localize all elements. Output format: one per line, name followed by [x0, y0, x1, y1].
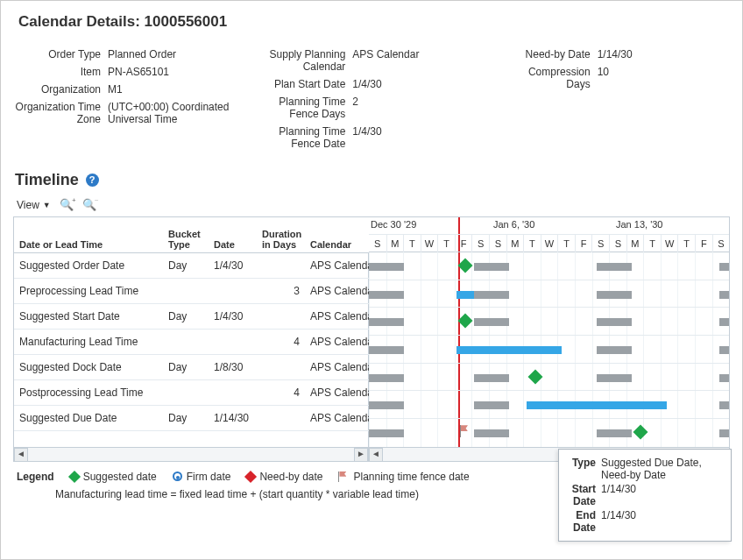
- nonworking-bar: [474, 263, 509, 271]
- gantt-row[interactable]: [369, 364, 729, 392]
- cell-cal: APS Calendar: [305, 379, 369, 405]
- detail-row: Organization Time Zone(UTC+00:00) Coordi…: [13, 101, 240, 125]
- col-duration[interactable]: Duration in Days: [257, 217, 305, 252]
- detail-value: PN-AS65101: [108, 66, 240, 78]
- table-row[interactable]: Preprocessing Lead Time3APS Calendar: [14, 278, 369, 303]
- cell-bt: Day: [163, 252, 209, 278]
- task-bar[interactable]: [527, 401, 667, 409]
- left-scrollbar[interactable]: ◄ ►: [14, 447, 369, 461]
- scroll-right-icon[interactable]: ►: [354, 448, 368, 462]
- detail-label: Planning Time Fence Date: [258, 125, 352, 150]
- week-label: Jan 13, '30: [616, 219, 662, 230]
- view-label: View: [17, 199, 39, 211]
- suggested-marker[interactable]: [528, 369, 543, 384]
- detail-row: Need-by Date1/14/30: [503, 48, 730, 60]
- detail-label: Supply Planning Calendar: [258, 48, 352, 73]
- detail-label: Planning Time Fence Days: [258, 96, 352, 120]
- gantt-row[interactable]: [369, 419, 729, 447]
- gantt-chart[interactable]: Dec 30 '29Jan 6, '30Jan 13, '30 SMTWTFSS…: [369, 217, 729, 447]
- legend-need: Need-by date: [259, 471, 322, 483]
- detail-label: Order Type: [13, 48, 108, 60]
- day-cell: S: [712, 234, 729, 252]
- timeline-grid: Date or Lead Time Bucket Type Date Durat…: [13, 216, 730, 462]
- gantt-row[interactable]: [369, 252, 729, 280]
- tt-type-label: Type: [566, 457, 601, 481]
- col-name[interactable]: Date or Lead Time: [14, 217, 163, 252]
- scroll-left-icon[interactable]: ◄: [369, 448, 383, 462]
- day-cell: S: [471, 234, 489, 252]
- detail-label: Plan Start Date: [258, 78, 352, 90]
- diamond-green-icon: [68, 471, 81, 483]
- detail-row: Order TypePlanned Order: [13, 48, 240, 60]
- gantt-row[interactable]: [369, 336, 729, 364]
- suggested-marker[interactable]: [633, 425, 648, 440]
- detail-row: OrganizationM1: [13, 83, 240, 96]
- detail-row: Supply Planning CalendarAPS Calendar: [258, 48, 485, 73]
- gantt-row[interactable]: [369, 308, 729, 336]
- gantt-row[interactable]: [369, 280, 729, 308]
- help-icon[interactable]: ?: [86, 174, 99, 187]
- col-calendar[interactable]: Calendar: [305, 217, 369, 252]
- tt-end-label: End Date: [566, 509, 601, 534]
- day-cell: M: [386, 234, 404, 252]
- detail-value: APS Calendar: [352, 48, 485, 73]
- circle-target-icon: [173, 471, 182, 481]
- tt-start-value: 1/14/30: [601, 483, 636, 507]
- cell-name: Suggested Due Date: [14, 405, 163, 430]
- table-row[interactable]: Suggested Dock DateDay1/8/30APS Calendar: [14, 354, 369, 379]
- col-bucket-type[interactable]: Bucket Type: [163, 217, 209, 252]
- day-cell: S: [609, 234, 626, 252]
- cell-dur: [257, 303, 305, 329]
- cell-name: Suggested Start Date: [14, 303, 163, 329]
- cell-dur: [257, 405, 305, 430]
- ptf-flag[interactable]: [460, 425, 471, 437]
- day-cell: F: [695, 234, 712, 252]
- cell-bt: [163, 329, 209, 354]
- day-cell: T: [437, 234, 455, 252]
- suggested-marker[interactable]: [458, 259, 473, 273]
- cell-bt: Day: [163, 354, 209, 379]
- tt-end-value: 1/14/30: [601, 509, 636, 534]
- task-bar[interactable]: [456, 346, 562, 354]
- gantt-row[interactable]: [369, 391, 729, 419]
- col-date[interactable]: Date: [209, 217, 257, 252]
- day-cell: S: [489, 234, 506, 252]
- table-row[interactable]: Suggested Start DateDay1/4/30APS Calenda…: [14, 303, 369, 329]
- nonworking-bar: [719, 263, 729, 271]
- task-bar[interactable]: [456, 291, 474, 299]
- nonworking-bar: [474, 401, 509, 409]
- detail-row: Compression Days10: [503, 66, 730, 90]
- day-cell: F: [575, 234, 592, 252]
- table-row[interactable]: Suggested Order DateDay1/4/30APS Calenda…: [14, 252, 369, 278]
- suggested-marker[interactable]: [458, 314, 473, 329]
- nonworking-bar: [369, 318, 404, 326]
- legend-suggested: Suggested date: [83, 471, 157, 483]
- nonworking-bar: [369, 291, 404, 299]
- nonworking-bar: [719, 374, 729, 382]
- detail-row: Plan Start Date1/4/30: [258, 78, 485, 90]
- view-menu[interactable]: View ▼: [17, 199, 51, 211]
- timeline-title: Timeline: [15, 171, 79, 189]
- table-row[interactable]: Suggested Due DateDay1/14/30APS Calendar: [14, 405, 369, 430]
- cell-bt: Day: [163, 303, 209, 329]
- nonworking-bar: [369, 263, 404, 271]
- week-label: Dec 30 '29: [371, 219, 416, 230]
- table-row[interactable]: Manufacturing Lead Time4APS Calendar: [14, 329, 369, 354]
- cell-dur: [257, 252, 305, 278]
- cell-date: 1/14/30: [209, 405, 257, 430]
- tt-type-value: Suggested Due Date, Need-by Date: [601, 457, 724, 481]
- chevron-down-icon: ▼: [43, 201, 51, 209]
- nonworking-bar: [719, 346, 729, 354]
- cell-name: Manufacturing Lead Time: [14, 329, 163, 354]
- nonworking-bar: [719, 401, 729, 409]
- title-prefix: Calendar Details:: [18, 13, 145, 30]
- cell-name: Suggested Dock Date: [14, 354, 163, 379]
- detail-value: Planned Order: [108, 48, 240, 60]
- detail-row: ItemPN-AS65101: [13, 66, 240, 78]
- scroll-left-icon[interactable]: ◄: [14, 448, 28, 462]
- zoom-in-icon[interactable]: 🔍+: [60, 198, 74, 211]
- cell-dur: 4: [257, 379, 305, 405]
- legend-ptf: Planning time fence date: [353, 471, 469, 483]
- detail-value: (UTC+00:00) Coordinated Universal Time: [108, 101, 240, 125]
- table-row[interactable]: Postprocessing Lead Time4APS Calendar: [14, 379, 369, 405]
